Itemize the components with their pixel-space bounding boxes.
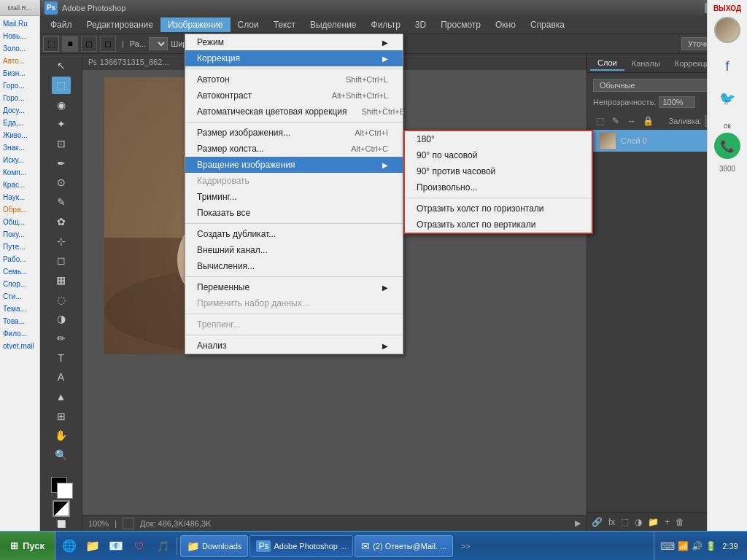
- tool-dodge[interactable]: ◑: [52, 310, 71, 328]
- tool-zoom[interactable]: 🔍: [52, 446, 71, 464]
- sidebar-link[interactable]: Поку...: [1, 228, 38, 241]
- taskbar-icon-media[interactable]: 🎵: [152, 535, 174, 557]
- sidebar-link[interactable]: Авто...: [1, 55, 38, 67]
- tool-blur[interactable]: ◌: [52, 290, 71, 308]
- menu-item-canvassize[interactable]: Размер холста... Alt+Ctrl+C: [185, 141, 403, 157]
- sidebar-link[interactable]: Иску...: [1, 154, 38, 166]
- tool-text[interactable]: T: [52, 349, 71, 367]
- sidebar-link[interactable]: Досу...: [1, 104, 38, 117]
- flip-horizontal[interactable]: Отразить холст по горизонтали: [405, 201, 592, 217]
- facebook-btn[interactable]: f: [713, 52, 742, 81]
- sidebar-link[interactable]: otvet.mail: [1, 340, 38, 352]
- tool-crop[interactable]: ⊡: [52, 135, 71, 153]
- tool-hand[interactable]: ✋: [52, 427, 71, 445]
- quick-mask[interactable]: [53, 500, 70, 517]
- sidebar-link[interactable]: Тема...: [1, 303, 38, 315]
- phone-btn[interactable]: 📞: [714, 133, 740, 159]
- options-mode2[interactable]: ◻: [81, 36, 97, 52]
- screen-mode[interactable]: ⬜: [57, 520, 66, 528]
- menu-item-analysis[interactable]: Анализ ▶: [185, 338, 403, 354]
- user-avatar[interactable]: [714, 17, 740, 43]
- options-mode3[interactable]: ◻: [100, 36, 116, 52]
- opacity-input[interactable]: [659, 96, 695, 108]
- sidebar-link[interactable]: Наук...: [1, 191, 38, 203]
- menu-item-correction[interactable]: Коррекция ▶: [185, 50, 403, 66]
- menu-item-imagesize[interactable]: Размер изображения... Alt+Ctrl+I: [185, 125, 403, 141]
- tool-gradient[interactable]: ▦: [52, 271, 71, 289]
- menu-layer[interactable]: Слои: [231, 18, 266, 32]
- tool-clone[interactable]: ✿: [52, 213, 71, 231]
- menu-image[interactable]: Изображение: [160, 18, 231, 32]
- tool-brush[interactable]: ✎: [52, 193, 71, 211]
- tray-keyboard[interactable]: ⌨: [660, 540, 675, 552]
- tab-channels[interactable]: Каналы: [624, 57, 667, 70]
- new-layer-icon[interactable]: +: [665, 517, 670, 527]
- sidebar-link[interactable]: Mail.Ru: [1, 18, 38, 30]
- taskbar-icon-x[interactable]: 🛡: [128, 535, 150, 557]
- group-icon[interactable]: 📁: [648, 517, 659, 527]
- menu-item-autocolor[interactable]: Автоматическая цветовая коррекция Shift+…: [185, 104, 403, 120]
- menu-3d[interactable]: 3D: [408, 18, 433, 32]
- sidebar-link[interactable]: Горо...: [1, 92, 38, 104]
- menu-edit[interactable]: Редактирование: [80, 18, 160, 32]
- tool-eraser[interactable]: ◻: [52, 252, 71, 270]
- menu-item-calc[interactable]: Вычисления...: [185, 258, 403, 274]
- play-btn[interactable]: ▶: [575, 518, 581, 528]
- status-icon[interactable]: [123, 518, 134, 529]
- start-button[interactable]: ⊞ Пуск: [0, 532, 55, 561]
- lock-move-icon[interactable]: ↔: [625, 114, 638, 128]
- options-select[interactable]: [149, 37, 168, 50]
- menu-item-variables[interactable]: Переменные ▶: [185, 279, 403, 295]
- tool-shape[interactable]: ▲: [52, 388, 71, 406]
- menu-item-autotone[interactable]: Автотон Shift+Ctrl+L: [185, 71, 403, 88]
- sidebar-link[interactable]: Еда,...: [1, 117, 38, 129]
- sidebar-link[interactable]: Золо...: [1, 42, 38, 55]
- menu-item-rotate[interactable]: Вращение изображения ▶: [185, 157, 403, 173]
- sidebar-link[interactable]: Новь...: [1, 30, 38, 42]
- flip-vertical[interactable]: Отразить холст по вертикали: [405, 217, 592, 233]
- lock-transparent-icon[interactable]: ⬚: [593, 114, 606, 128]
- menu-item-trim[interactable]: Триминг...: [185, 189, 403, 205]
- tray-network[interactable]: 📶: [678, 541, 689, 551]
- tool-pen[interactable]: ✏: [52, 330, 71, 348]
- menu-item-extchannel[interactable]: Внешний канал...: [185, 242, 403, 258]
- menu-item-autocontrast[interactable]: Автоконтраст Alt+Shift+Ctrl+L: [185, 88, 403, 104]
- lock-all-icon[interactable]: 🔒: [641, 114, 654, 128]
- layer-fx-icon[interactable]: fx: [608, 517, 615, 527]
- rotate-arbitrary[interactable]: Произвольно...: [405, 179, 592, 195]
- tool-move[interactable]: ↖: [52, 57, 71, 75]
- vykhod-label[interactable]: ВЫХОД: [712, 3, 743, 14]
- taskbar-btn-downloads[interactable]: 📁 Downloads: [180, 535, 248, 557]
- sidebar-link[interactable]: Общ...: [1, 216, 38, 228]
- tray-battery[interactable]: 🔋: [705, 541, 716, 551]
- tool-lasso[interactable]: ◉: [52, 96, 71, 114]
- tool-spot[interactable]: ⊙: [52, 174, 71, 192]
- taskbar-icon-mail[interactable]: 📧: [105, 535, 127, 557]
- menu-item-duplicate[interactable]: Создать дубликат...: [185, 226, 403, 242]
- sidebar-link[interactable]: Крас...: [1, 179, 38, 191]
- ok-label[interactable]: ок: [724, 122, 731, 130]
- tray-sound[interactable]: 🔊: [692, 541, 703, 551]
- color-swatch[interactable]: [48, 474, 74, 499]
- sidebar-link[interactable]: Сти...: [1, 290, 38, 303]
- taskbar-btn-photoshop[interactable]: Ps Adobe Photoshop ...: [249, 535, 353, 557]
- taskbar-icon-folder[interactable]: 📁: [82, 535, 104, 557]
- menu-select[interactable]: Выделение: [303, 18, 364, 32]
- rotate-180[interactable]: 180°: [405, 131, 592, 147]
- sidebar-link[interactable]: Рабо...: [1, 253, 38, 265]
- menu-item-mode[interactable]: Режим ▶: [185, 34, 403, 50]
- sidebar-link[interactable]: Путе...: [1, 241, 38, 253]
- menu-filter[interactable]: Фильтр: [364, 18, 408, 32]
- rotate-90ccw[interactable]: 90° против часовой: [405, 163, 592, 179]
- menu-item-showall[interactable]: Показать все: [185, 205, 403, 221]
- tool-path-select[interactable]: A: [52, 368, 71, 386]
- menu-file[interactable]: Файл: [43, 18, 80, 32]
- sidebar-link[interactable]: Това...: [1, 315, 38, 327]
- delete-layer-icon[interactable]: 🗑: [676, 517, 684, 527]
- lock-brush-icon[interactable]: ✎: [609, 114, 622, 128]
- sidebar-link[interactable]: Спор...: [1, 278, 38, 290]
- taskbar-icon-ie[interactable]: 🌐: [58, 535, 80, 557]
- add-mask-icon[interactable]: ⬚: [621, 517, 629, 527]
- tool-marquee[interactable]: ⬚: [52, 77, 71, 95]
- taskbar-more-btn[interactable]: >>: [454, 535, 476, 557]
